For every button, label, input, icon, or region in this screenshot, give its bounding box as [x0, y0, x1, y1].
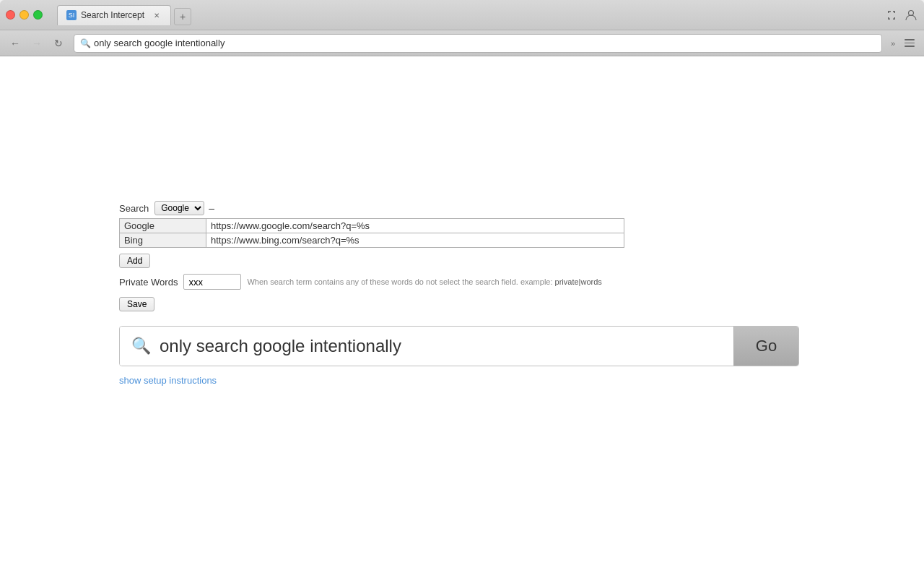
traffic-lights: [6, 10, 43, 20]
address-bar-container: 🔍: [74, 34, 882, 53]
page-inner: Search Google Bing – Google https://www.: [0, 56, 924, 578]
page-content: Search Google Bing – Google https://www.: [0, 56, 924, 578]
add-button[interactable]: Add: [119, 254, 150, 268]
engine-url-google[interactable]: https://www.google.com/search?q=%s: [206, 219, 624, 233]
engines-table: Google https://www.google.com/search?q=%…: [119, 218, 624, 248]
back-button[interactable]: ←: [6, 35, 25, 52]
search-label: Search: [119, 203, 149, 214]
save-button[interactable]: Save: [119, 297, 154, 311]
menu-button[interactable]: [901, 35, 918, 52]
engine-name-google: Google: [120, 219, 206, 233]
search-box-inner: 🔍: [120, 327, 733, 366]
search-glass-icon: 🔍: [131, 337, 151, 355]
address-search-icon: 🔍: [80, 38, 91, 48]
search-label-row: Search Google Bing –: [119, 201, 924, 215]
tab-favicon: SI: [66, 10, 77, 20]
address-input[interactable]: [94, 38, 876, 48]
engine-name-bing: Bing: [120, 233, 206, 248]
search-config: Search Google Bing – Google https://www.: [119, 201, 924, 311]
reload-button[interactable]: ↻: [49, 35, 68, 52]
main-content: Search Google Bing – Google https://www.: [119, 201, 924, 386]
search-box-container: 🔍 Go: [119, 326, 799, 366]
bookmarks-arrow[interactable]: »: [888, 39, 898, 48]
go-button[interactable]: Go: [733, 327, 798, 366]
private-words-row: Private Words When search term contains …: [119, 274, 924, 290]
new-tab-button[interactable]: +: [174, 8, 191, 25]
setup-instructions-link[interactable]: show setup instructions: [119, 375, 924, 386]
nav-bar: ← → ↻ 🔍 »: [0, 30, 924, 56]
hamburger-line-2: [905, 43, 915, 44]
window-controls-right: [885, 8, 918, 22]
private-hint: When search term contains any of these w…: [247, 277, 601, 286]
active-tab[interactable]: SI Search Intercept ✕: [57, 5, 171, 25]
maximize-button[interactable]: [33, 10, 43, 20]
minimize-button[interactable]: [19, 10, 29, 20]
title-bar: SI Search Intercept ✕ +: [0, 0, 924, 30]
search-engine-dropdown[interactable]: Google Bing: [154, 201, 204, 215]
tab-close-button[interactable]: ✕: [152, 10, 162, 20]
tab-title: Search Intercept: [81, 10, 144, 20]
browser-window: SI Search Intercept ✕ + ← →: [0, 0, 924, 578]
tabs-area: SI Search Intercept ✕ +: [57, 5, 885, 25]
forward-button[interactable]: →: [27, 35, 46, 52]
search-text-input[interactable]: [160, 336, 722, 356]
table-row: Bing https://www.bing.com/search?q=%s: [120, 233, 624, 248]
nav-extras: »: [888, 35, 918, 52]
hamburger-line-3: [905, 46, 915, 47]
minus-button[interactable]: –: [207, 202, 216, 214]
person-icon: [904, 8, 918, 22]
private-words-label: Private Words: [119, 277, 178, 288]
hamburger-line-1: [905, 39, 915, 40]
private-hint-example: private|words: [555, 277, 602, 286]
close-button[interactable]: [6, 10, 15, 20]
table-row: Google https://www.google.com/search?q=%…: [120, 219, 624, 233]
fullscreen-button[interactable]: [885, 8, 899, 22]
engine-url-bing[interactable]: https://www.bing.com/search?q=%s: [206, 233, 624, 248]
private-words-input[interactable]: [183, 274, 241, 290]
